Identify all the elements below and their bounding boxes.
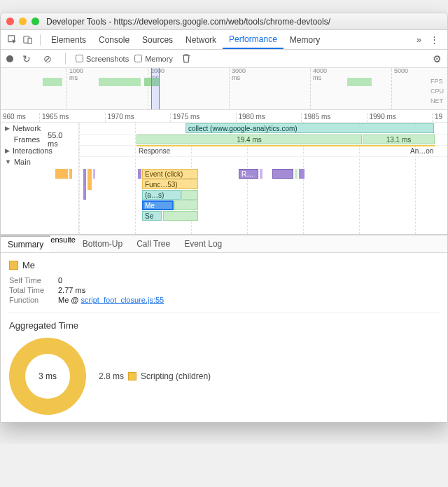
trash-icon[interactable] <box>178 51 194 67</box>
overview-lane-labels: FPS CPU NET <box>430 78 447 107</box>
track-frames[interactable]: Frames 55.0 ms <box>1 134 78 145</box>
function-link[interactable]: script_foot_closure.js:55 <box>81 296 164 304</box>
minimize-icon[interactable] <box>19 18 27 25</box>
tab-memory[interactable]: Memory <box>284 30 326 49</box>
memory-label: Memory <box>145 55 173 63</box>
selection-name: Me <box>9 260 439 270</box>
panel-tabs: Elements Console Sources Network Perform… <box>45 30 412 49</box>
device-toggle-icon[interactable] <box>20 32 36 48</box>
ov-tick-5000: 5000 <box>394 67 408 74</box>
screenshots-label: Screenshots <box>86 55 129 63</box>
summary-pane: Me Self Time0 Total Time2.77 ms Function… <box>1 253 447 422</box>
close-icon[interactable] <box>6 18 14 25</box>
tab-elements[interactable]: Elements <box>45 30 92 49</box>
dtab-bottomup[interactable]: Bottom-Up <box>76 235 130 252</box>
devtools-window: Developer Tools - https://developers.goo… <box>0 13 448 423</box>
overview-timeline[interactable]: 1000 ms 2000 ms 3000 ms 4000 ms 5000 FPS… <box>1 68 447 110</box>
flame-canvas[interactable]: collect (www.google-analytics.com) 19.4 … <box>79 123 447 234</box>
legend-swatch-scripting <box>128 372 136 380</box>
aggregated-time-title: Aggregated Time <box>9 313 439 331</box>
track-main[interactable]: ▼Main <box>1 156 78 167</box>
clear-icon[interactable]: ⊘ <box>40 51 55 67</box>
memory-checkbox[interactable]: Memory <box>134 55 173 63</box>
interaction-response[interactable]: Response <box>136 146 175 156</box>
record-button[interactable] <box>6 55 13 62</box>
aggregated-time-donut: 3 ms <box>9 338 86 415</box>
tab-sources[interactable]: Sources <box>136 30 179 49</box>
detail-tabs: Summary ensuite Bottom-Up Call Tree Even… <box>1 235 447 253</box>
flame-anon[interactable]: (a…s) <box>142 190 181 200</box>
inspect-icon[interactable] <box>5 32 20 48</box>
zoom-icon[interactable] <box>31 18 39 25</box>
titlebar: Developer Tools - https://developers.goo… <box>1 13 447 30</box>
devtools-tabbar: Elements Console Sources Network Perform… <box>1 30 447 50</box>
flame-func[interactable]: Func…53) <box>142 179 198 189</box>
more-tabs-icon[interactable]: » <box>412 34 426 45</box>
window-title: Developer Tools - https://developers.goo… <box>46 17 330 27</box>
flame-r[interactable]: R… <box>239 169 258 179</box>
tab-console[interactable]: Console <box>92 30 136 49</box>
frame-bar-a[interactable]: 19.4 ms <box>136 135 362 144</box>
dtab-summary[interactable]: Summary <box>1 235 50 252</box>
dtab-calltree[interactable]: Call Tree <box>130 235 177 252</box>
dtab-eventlog[interactable]: Event Log <box>177 235 229 252</box>
flame-event-click[interactable]: Event (click) <box>142 169 198 179</box>
tab-performance[interactable]: Performance <box>223 30 284 49</box>
settings-icon[interactable]: ⚙ <box>433 53 442 64</box>
flame-area: ▶Network Frames 55.0 ms ▶Interactions ▼M… <box>1 123 447 235</box>
window-controls <box>6 18 39 25</box>
kebab-menu-icon[interactable]: ⋮ <box>426 34 443 45</box>
detail-ruler[interactable]: 960 ms 1965 ms 1970 ms 1975 ms 1980 ms 1… <box>1 110 447 123</box>
frame-bar-b[interactable]: 13.1 ms <box>363 135 435 144</box>
screenshots-checkbox[interactable]: Screenshots <box>76 55 129 63</box>
donut-center-label: 3 ms <box>38 371 57 381</box>
overview-selection[interactable] <box>151 68 160 109</box>
flame-se[interactable]: Se <box>142 211 162 221</box>
agg-legend: 2.8 ms Scripting (children) <box>99 371 211 381</box>
tab-network[interactable]: Network <box>179 30 223 49</box>
network-request-bar[interactable]: collect (www.google-analytics.com) <box>186 123 434 133</box>
perf-toolbar: ↻ ⊘ Screenshots Memory ⚙ <box>1 50 447 68</box>
flame-me-selected[interactable]: Me <box>142 200 174 210</box>
svg-rect-2 <box>28 38 31 43</box>
reload-icon[interactable]: ↻ <box>19 51 34 67</box>
interaction-anon[interactable]: An…on <box>408 146 436 156</box>
selection-swatch <box>9 261 18 270</box>
